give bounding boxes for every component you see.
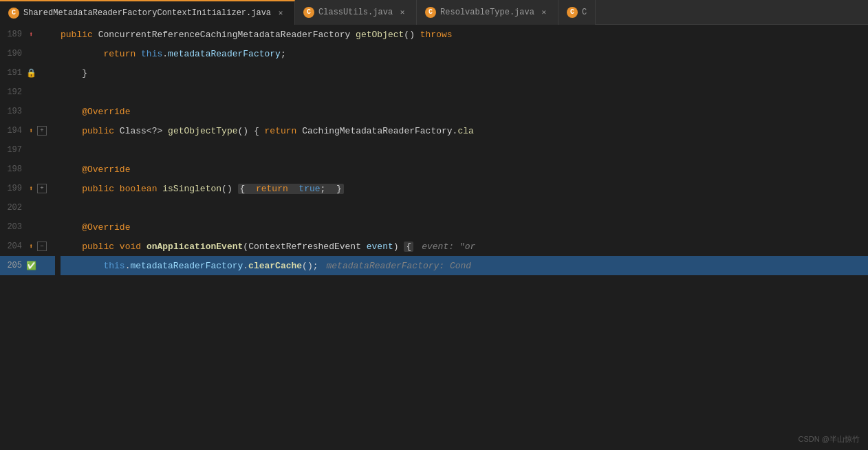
kw-getobject-189: getObject [356, 30, 404, 40]
kw-class-194: Class<?> [120, 126, 162, 136]
tab-label-classutils: ClassUtils.java [318, 8, 393, 17]
gutter-row-190: 190 [0, 44, 55, 63]
kw-this-190: this [141, 49, 162, 59]
tab-close-3[interactable]: ✕ [539, 7, 550, 18]
kw-dot-190: . [162, 49, 168, 59]
tab-label-extra: C [582, 8, 587, 17]
line-num-189: 189 [0, 30, 26, 39]
gutter-icons-199: ⬆ + [26, 184, 52, 193]
check-icon-205: ✅ [26, 261, 36, 271]
kw-return-194: return [265, 126, 297, 136]
kw-public-194: public [82, 126, 114, 136]
code-line-202 [61, 198, 868, 217]
kw-cla-194: cla [457, 126, 473, 136]
fold-icon-194[interactable]: + [37, 126, 47, 136]
editor: 189 ⬆ 190 191 🔒 192 193 [0, 25, 868, 450]
line-num-190: 190 [0, 49, 26, 58]
tab-extra[interactable]: C C [558, 0, 596, 25]
gutter-row-189: 189 ⬆ [0, 25, 55, 44]
arrow-up-icon-189[interactable]: ⬆ [26, 30, 36, 39]
code-line-203: @Override [61, 217, 868, 237]
code-line-194: public Class<?> getObjectType() { return… [61, 121, 868, 140]
kw-paren-189: () [404, 30, 415, 40]
code-line-197 [61, 140, 868, 160]
kw-block-199: { return true; } [238, 184, 344, 194]
code-line-204: public void onApplicationEvent(ContextRe… [61, 237, 868, 256]
kw-throws-189: throws [420, 30, 453, 40]
line-num-202: 202 [0, 203, 26, 213]
tab-bar: C SharedMetadataReaderFactoryContextInit… [0, 0, 868, 25]
kw-field-190: metadataReaderFactory [168, 49, 281, 59]
arrow-up-icon-194[interactable]: ⬆ [26, 126, 36, 136]
line-num-199: 199 [0, 184, 26, 193]
tab-close-2[interactable]: ✕ [397, 7, 408, 18]
line-num-192: 192 [0, 87, 26, 97]
line-num-197: 197 [0, 145, 26, 155]
kw-dot-205: . [125, 261, 131, 271]
line-num-204: 204 [0, 242, 26, 251]
kw-block-204: { [404, 242, 413, 252]
kw-brace-open-194: { [254, 126, 259, 136]
code-line-193: @Override [61, 102, 868, 121]
gutter-row-203: 203 [0, 217, 55, 237]
kw-this-205: this [103, 261, 124, 271]
tab-classutils[interactable]: C ClassUtils.java ✕ [295, 0, 417, 25]
line-num-203: 203 [0, 222, 26, 232]
watermark: CSDN @半山惊竹 [799, 434, 860, 444]
hint-factory-205: metadataReaderFactory: Cond [327, 261, 472, 271]
kw-brace-204: { [406, 242, 411, 252]
gutter-row-204: 204 ⬆ − [0, 237, 55, 256]
kw-boolean-199: boolean [120, 184, 158, 194]
gutter-icons-191: 🔒 [26, 68, 52, 78]
kw-caching-194: CachingMetadataReaderFactory. [302, 126, 457, 136]
gutter-row-199: 199 ⬆ + [0, 179, 55, 198]
arrow-up-icon-204[interactable]: ⬆ [26, 242, 36, 251]
kw-annotation-203: @Override [82, 222, 130, 233]
tab-icon-c2: C [303, 7, 314, 18]
tab-label-resolvabletype: ResolvableType.java [440, 8, 534, 17]
kw-paren-194: () [238, 126, 249, 136]
kw-void-204: void [120, 242, 141, 252]
gutter-icons-189: ⬆ [26, 30, 52, 39]
code-line-199: public boolean isSingleton() { return tr… [61, 179, 868, 198]
tab-icon-c4: C [567, 7, 578, 18]
gutter-row-193: 193 [0, 102, 55, 121]
gutter-icons-205: ✅ [26, 261, 52, 271]
kw-getobjecttype-194: getObjectType [168, 126, 237, 136]
tab-shared-metadata[interactable]: C SharedMetadataReaderFactoryContextInit… [0, 0, 295, 25]
tab-icon-c1: C [8, 8, 19, 19]
kw-semi-199: ; [321, 184, 326, 194]
line-num-191: 191 [0, 68, 26, 78]
gutter-row-198: 198 [0, 160, 55, 179]
kw-paren-205: (); [302, 261, 318, 271]
gutter-row-197: 197 [0, 140, 55, 160]
code-line-198: @Override [61, 160, 868, 179]
fold-icon-199[interactable]: + [37, 184, 47, 193]
kw-public-189: public [61, 30, 93, 40]
kw-dot2-205: . [243, 261, 248, 271]
kw-return2-199: return [256, 184, 288, 194]
tab-close-1[interactable]: ✕ [275, 8, 286, 19]
code-line-190: return this.metadataReaderFactory; [61, 44, 868, 63]
fold-icon-204[interactable]: − [37, 242, 47, 251]
gutter-row-194: 194 ⬆ + [0, 121, 55, 140]
kw-field-205: metadataReaderFactory [130, 261, 243, 271]
tab-label-shared-metadata: SharedMetadataReaderFactoryContextInitia… [23, 8, 271, 18]
tab-icon-c3: C [425, 7, 436, 18]
code-line-191: } [61, 63, 868, 83]
kw-event-param-204: event [367, 242, 393, 252]
kw-annotation-198: @Override [82, 164, 130, 175]
kw-brace-199: { [240, 184, 246, 194]
code-area[interactable]: public ConcurrentReferenceCachingMetadat… [55, 25, 868, 450]
tab-resolvabletype[interactable]: C ResolvableType.java ✕ [417, 0, 558, 25]
kw-clearcache-205: clearCache [248, 261, 302, 271]
kw-paren-close-204: ) [393, 242, 399, 252]
kw-brace-191: } [82, 68, 87, 78]
arrow-up-icon-199[interactable]: ⬆ [26, 184, 36, 193]
line-num-205: 205 [0, 261, 26, 270]
code-line-189: public ConcurrentReferenceCachingMetadat… [61, 25, 868, 44]
gutter-row-202: 202 [0, 198, 55, 217]
kw-cbrace-199: } [336, 184, 342, 194]
gutter-icons-204: ⬆ − [26, 242, 52, 251]
bookmark-icon-191: 🔒 [26, 68, 36, 78]
